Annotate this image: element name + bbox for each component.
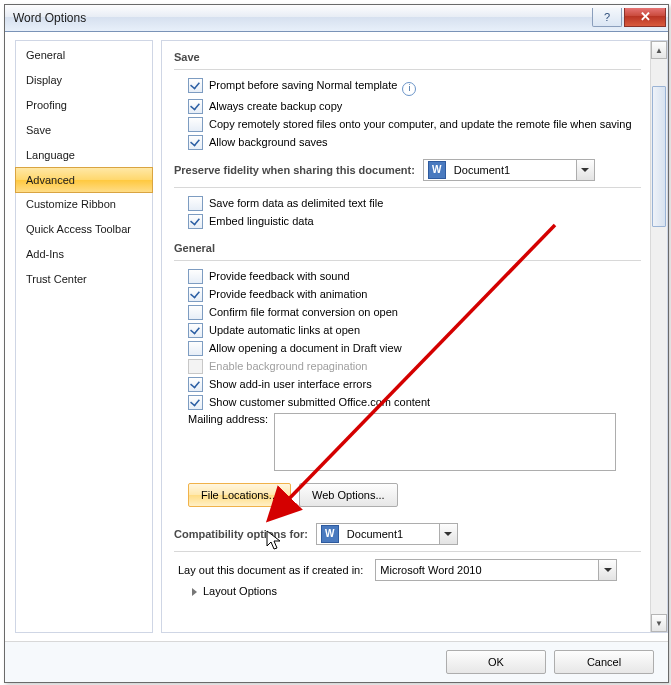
checkbox[interactable] [188, 78, 203, 93]
help-button[interactable]: ? [592, 8, 622, 27]
sidebar-item-advanced[interactable]: Advanced [15, 167, 153, 193]
close-button[interactable]: ✕ [624, 8, 666, 27]
sidebar-item-addins[interactable]: Add-Ins [16, 242, 152, 267]
sidebar-item-trust-center[interactable]: Trust Center [16, 267, 152, 292]
tree-toggle-icon [192, 588, 197, 596]
opt-auto-links: Update automatic links at open [174, 321, 641, 339]
file-locations-button[interactable]: File Locations... [188, 483, 291, 507]
vertical-scrollbar[interactable]: ▲ ▼ [650, 41, 667, 632]
opt-save-form-data: Save form data as delimited text file [174, 194, 641, 212]
chevron-down-icon[interactable] [598, 560, 616, 580]
word-options-dialog: Word Options ? ✕ General Display Proofin… [4, 4, 669, 683]
checkbox[interactable] [188, 196, 203, 211]
titlebar[interactable]: Word Options ? ✕ [5, 5, 668, 32]
section-compat-header: Compatibility options for: Document1 [174, 515, 641, 552]
opt-prompt-normal: Prompt before saving Normal template i [174, 76, 641, 97]
checkbox[interactable] [188, 395, 203, 410]
scroll-thumb[interactable] [652, 86, 666, 227]
sidebar-item-proofing[interactable]: Proofing [16, 93, 152, 118]
checkbox[interactable] [188, 135, 203, 150]
sidebar-item-save[interactable]: Save [16, 118, 152, 143]
info-icon[interactable]: i [402, 82, 416, 96]
dialog-footer: OK Cancel [5, 641, 668, 682]
preserve-document-combo[interactable]: Document1 [423, 159, 595, 181]
compat-document-combo[interactable]: Document1 [316, 523, 458, 545]
layout-options-tree[interactable]: Layout Options [174, 582, 641, 600]
checkbox [188, 359, 203, 374]
checkbox[interactable] [188, 214, 203, 229]
opt-bg-saves: Allow background saves [174, 133, 641, 151]
opt-copy-remote: Copy remotely stored files onto your com… [174, 115, 641, 133]
scroll-up-button[interactable]: ▲ [651, 41, 667, 59]
checkbox[interactable] [188, 269, 203, 284]
section-preserve-header: Preserve fidelity when sharing this docu… [174, 151, 641, 188]
cancel-button[interactable]: Cancel [554, 650, 654, 674]
main-panel: Save Prompt before saving Normal templat… [161, 40, 668, 633]
scroll-track[interactable] [651, 58, 667, 615]
mailing-address-row: Mailing address: [174, 411, 641, 473]
opt-addin-errors: Show add-in user interface errors [174, 375, 641, 393]
section-save-header: Save [174, 47, 641, 70]
ok-button[interactable]: OK [446, 650, 546, 674]
chevron-down-icon[interactable] [576, 160, 594, 180]
layout-as-row: Lay out this document as if created in: … [174, 558, 641, 582]
chevron-down-icon[interactable] [439, 524, 457, 544]
mailing-address-label: Mailing address: [188, 413, 268, 425]
web-options-button[interactable]: Web Options... [299, 483, 398, 507]
sidebar-item-qat[interactable]: Quick Access Toolbar [16, 217, 152, 242]
checkbox[interactable] [188, 99, 203, 114]
opt-office-content: Show customer submitted Office.com conte… [174, 393, 641, 411]
checkbox[interactable] [188, 305, 203, 320]
dialog-body: General Display Proofing Save Language A… [5, 32, 668, 641]
opt-repagination: Enable background repagination [174, 357, 641, 375]
opt-embed-linguistic: Embed linguistic data [174, 212, 641, 230]
sidebar-item-language[interactable]: Language [16, 143, 152, 168]
checkbox[interactable] [188, 287, 203, 302]
checkbox[interactable] [188, 341, 203, 356]
opt-animation: Provide feedback with animation [174, 285, 641, 303]
checkbox[interactable] [188, 323, 203, 338]
opt-confirm-format: Confirm file format conversion on open [174, 303, 641, 321]
opt-draft-view: Allow opening a document in Draft view [174, 339, 641, 357]
scroll-down-button[interactable]: ▼ [651, 614, 667, 632]
checkbox[interactable] [188, 117, 203, 132]
word-doc-icon [321, 525, 339, 543]
dialog-title: Word Options [13, 11, 592, 25]
checkbox[interactable] [188, 377, 203, 392]
opt-sound: Provide feedback with sound [174, 267, 641, 285]
word-doc-icon [428, 161, 446, 179]
sidebar-item-customize-ribbon[interactable]: Customize Ribbon [16, 192, 152, 217]
layout-version-combo[interactable]: Microsoft Word 2010 [375, 559, 617, 581]
sidebar: General Display Proofing Save Language A… [15, 40, 153, 633]
mailing-address-input[interactable] [274, 413, 616, 471]
sidebar-item-display[interactable]: Display [16, 68, 152, 93]
section-general-header: General [174, 238, 641, 261]
opt-backup: Always create backup copy [174, 97, 641, 115]
sidebar-item-general[interactable]: General [16, 43, 152, 68]
